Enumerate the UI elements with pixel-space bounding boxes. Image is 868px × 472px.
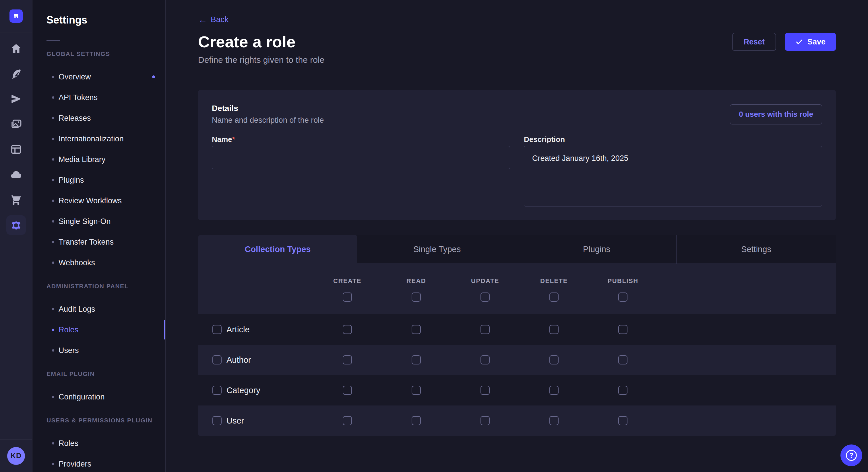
tab-single-types[interactable]: Single Types [358,235,517,264]
permissions-tabs: Collection TypesSingle TypesPluginsSetti… [198,235,836,264]
rail-item-paper-plane[interactable] [0,86,32,111]
select-all-delete-checkbox[interactable] [549,293,559,302]
rail-item-home[interactable] [0,36,32,61]
sidebar-item-plugins[interactable]: Plugins [33,170,165,191]
sidebar-item-label: Plugins [59,176,84,185]
home-icon [10,42,22,55]
content-type-label: Author [226,355,251,365]
sidebar-item-transfer-tokens[interactable]: Transfer Tokens [33,232,165,252]
row-label-cell: Author [198,355,313,365]
perm-head-spacer [198,264,313,314]
author-publish-checkbox[interactable] [618,355,627,365]
select-all-update-checkbox[interactable] [480,293,490,302]
perm-column-label: PUBLISH [608,277,638,285]
article-create-checkbox[interactable] [343,325,352,334]
subnav-section-label: GLOBAL SETTINGS [46,50,165,58]
category-read-checkbox[interactable] [412,386,421,395]
perm-cell [588,355,657,365]
users-with-role-button[interactable]: 0 users with this role [730,104,822,125]
help-button[interactable]: ? [840,444,862,466]
select-all-read-checkbox[interactable] [412,293,421,302]
select-row-author-checkbox[interactable] [212,355,222,365]
select-row-article-checkbox[interactable] [212,325,222,334]
category-delete-checkbox[interactable] [549,386,559,395]
cart-icon [10,194,22,206]
category-update-checkbox[interactable] [480,386,490,395]
subnav-section-label: USERS & PERMISSIONS PLUGIN [46,416,165,425]
perm-cell [588,386,657,395]
user-update-checkbox[interactable] [480,416,490,425]
sidebar-item-roles[interactable]: Roles [33,433,165,453]
perm-column-publish: PUBLISH [588,264,657,314]
category-publish-checkbox[interactable] [618,386,627,395]
category-create-checkbox[interactable] [343,386,352,395]
select-all-create-checkbox[interactable] [343,293,352,302]
save-button[interactable]: Save [785,33,836,51]
strapi-logo-mark [12,12,20,20]
sidebar-item-configuration[interactable]: Configuration [33,386,165,407]
sidebar-item-roles[interactable]: Roles [33,319,165,340]
author-read-checkbox[interactable] [412,355,421,365]
user-delete-checkbox[interactable] [549,416,559,425]
tab-collection-types[interactable]: Collection Types [198,235,358,264]
sidebar-item-audit-logs[interactable]: Audit Logs [33,299,165,319]
article-delete-checkbox[interactable] [549,325,559,334]
sidebar-item-label: Media Library [59,155,105,164]
notification-dot [152,75,155,78]
sidebar-item-review-workflows[interactable]: Review Workflows [33,191,165,211]
article-update-checkbox[interactable] [480,325,490,334]
content-type-label: Article [226,325,250,334]
perm-cell [313,355,382,365]
user-create-checkbox[interactable] [343,416,352,425]
sidebar-item-api-tokens[interactable]: API Tokens [33,87,165,108]
description-textarea[interactable]: Created January 16th, 2025 [524,146,822,206]
perm-cell [520,325,588,334]
rail-item-gear[interactable] [0,212,32,238]
rail-item-cloud[interactable] [0,162,32,187]
sidebar-item-media-library[interactable]: Media Library [33,149,165,170]
description-label: Description [524,135,822,144]
tab-plugins[interactable]: Plugins [517,235,676,264]
user-publish-checkbox[interactable] [618,416,627,425]
sidebar-item-internationalization[interactable]: Internationalization [33,129,165,149]
perm-column-read: READ [382,264,451,314]
sidebar-item-users[interactable]: Users [33,340,165,361]
author-create-checkbox[interactable] [343,355,352,365]
sidebar-item-label: Configuration [59,393,105,401]
sidebar-item-single-sign-on[interactable]: Single Sign-On [33,211,165,232]
select-row-category-checkbox[interactable] [212,386,222,395]
header-actions: Reset Save [732,33,836,51]
back-link[interactable]: ← Back [198,15,228,24]
name-label-text: Name [212,135,232,144]
rail-item-images[interactable] [0,111,32,137]
perm-cell [451,355,520,365]
rail-item-quill[interactable] [0,61,32,86]
sidebar-item-overview[interactable]: Overview [33,67,165,87]
avatar[interactable]: KD [7,447,25,465]
user-read-checkbox[interactable] [412,416,421,425]
strapi-logo[interactable] [9,9,23,23]
gear-icon [10,219,22,231]
perm-column-label: UPDATE [471,277,499,285]
rail-item-cart[interactable] [0,187,32,212]
perm-cell [382,325,451,334]
sidebar-item-releases[interactable]: Releases [33,108,165,129]
reset-button[interactable]: Reset [732,33,776,51]
check-icon [795,38,803,45]
author-delete-checkbox[interactable] [549,355,559,365]
sidebar-item-providers[interactable]: Providers [33,453,165,472]
article-publish-checkbox[interactable] [618,325,627,334]
bullet-icon [52,117,54,119]
permissions-header-row: CREATEREADUPDATEDELETEPUBLISH [198,264,836,314]
select-row-user-checkbox[interactable] [212,416,222,425]
details-card-header: Details Name and description of the role… [212,104,822,125]
perm-cell [313,416,382,425]
name-input[interactable] [212,146,510,169]
rail-item-layout[interactable] [0,137,32,162]
sidebar-item-webhooks[interactable]: Webhooks [33,252,165,273]
tab-settings[interactable]: Settings [676,235,836,264]
article-read-checkbox[interactable] [412,325,421,334]
details-card: Details Name and description of the role… [198,90,836,220]
select-all-publish-checkbox[interactable] [618,293,627,302]
author-update-checkbox[interactable] [480,355,490,365]
